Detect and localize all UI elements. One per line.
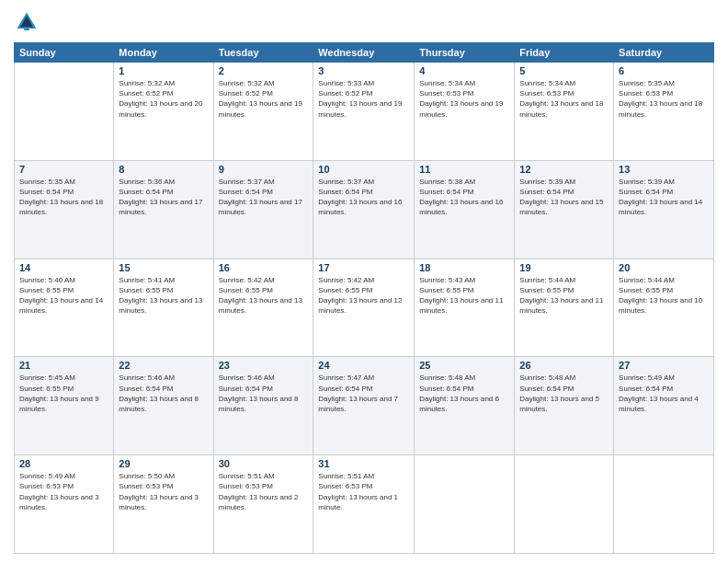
day-info: Sunrise: 5:47 AMSunset: 6:54 PMDaylight:… (318, 373, 409, 414)
calendar-week-row: 14Sunrise: 5:40 AMSunset: 6:55 PMDayligh… (15, 259, 714, 357)
day-info: Sunrise: 5:38 AMSunset: 6:54 PMDaylight:… (419, 177, 509, 218)
calendar-cell: 13Sunrise: 5:39 AMSunset: 6:54 PMDayligh… (614, 160, 714, 259)
day-info: Sunrise: 5:37 AMSunset: 6:54 PMDaylight:… (219, 177, 309, 218)
day-number: 3 (318, 65, 409, 76)
day-info: Sunrise: 5:35 AMSunset: 6:54 PMDaylight:… (19, 177, 108, 218)
day-info: Sunrise: 5:46 AMSunset: 6:54 PMDaylight:… (219, 373, 309, 414)
weekday-header: Thursday (415, 43, 515, 63)
day-number: 1 (119, 65, 208, 76)
svg-rect-2 (24, 28, 29, 30)
calendar-cell: 26Sunrise: 5:48 AMSunset: 6:54 PMDayligh… (515, 357, 614, 455)
calendar-cell: 9Sunrise: 5:37 AMSunset: 6:54 PMDaylight… (213, 160, 313, 259)
day-number: 31 (318, 458, 409, 469)
day-number: 21 (19, 360, 108, 371)
calendar-page: SundayMondayTuesdayWednesdayThursdayFrid… (0, 0, 728, 563)
day-number: 24 (318, 360, 409, 371)
day-number: 16 (219, 262, 309, 273)
weekday-header: Tuesday (213, 43, 313, 63)
weekday-header: Sunday (15, 43, 114, 63)
day-info: Sunrise: 5:41 AMSunset: 6:55 PMDaylight:… (119, 275, 208, 316)
day-info: Sunrise: 5:44 AMSunset: 6:55 PMDaylight:… (519, 275, 609, 316)
calendar-cell: 14Sunrise: 5:40 AMSunset: 6:55 PMDayligh… (15, 259, 114, 357)
day-number: 12 (519, 164, 609, 175)
calendar-cell: 10Sunrise: 5:37 AMSunset: 6:54 PMDayligh… (313, 160, 415, 259)
day-number: 23 (219, 360, 309, 371)
calendar-cell: 8Sunrise: 5:36 AMSunset: 6:54 PMDaylight… (114, 160, 213, 259)
day-number: 18 (419, 262, 509, 273)
header (14, 9, 714, 35)
day-info: Sunrise: 5:36 AMSunset: 6:54 PMDaylight:… (119, 177, 208, 218)
calendar-cell (515, 455, 614, 554)
calendar-cell (614, 455, 714, 554)
calendar-cell: 30Sunrise: 5:51 AMSunset: 6:53 PMDayligh… (213, 455, 313, 554)
day-number: 22 (119, 360, 208, 371)
calendar-week-row: 28Sunrise: 5:49 AMSunset: 6:53 PMDayligh… (15, 455, 714, 554)
day-info: Sunrise: 5:33 AMSunset: 6:52 PMDaylight:… (318, 78, 409, 120)
day-number: 27 (619, 360, 709, 371)
logo-icon (14, 9, 40, 35)
day-info: Sunrise: 5:45 AMSunset: 6:55 PMDaylight:… (19, 373, 108, 414)
calendar-cell: 6Sunrise: 5:35 AMSunset: 6:53 PMDaylight… (614, 63, 714, 161)
weekday-header: Saturday (614, 43, 714, 63)
calendar-table: SundayMondayTuesdayWednesdayThursdayFrid… (14, 42, 714, 554)
day-info: Sunrise: 5:40 AMSunset: 6:55 PMDaylight:… (19, 275, 108, 316)
calendar-cell: 29Sunrise: 5:50 AMSunset: 6:53 PMDayligh… (114, 455, 213, 554)
day-info: Sunrise: 5:37 AMSunset: 6:54 PMDaylight:… (318, 177, 409, 218)
calendar-cell: 3Sunrise: 5:33 AMSunset: 6:52 PMDaylight… (313, 63, 415, 161)
weekday-header: Wednesday (313, 43, 415, 63)
calendar-week-row: 21Sunrise: 5:45 AMSunset: 6:55 PMDayligh… (15, 357, 714, 455)
day-info: Sunrise: 5:51 AMSunset: 6:53 PMDaylight:… (318, 471, 409, 512)
logo (14, 9, 43, 35)
day-number: 20 (619, 262, 709, 273)
day-info: Sunrise: 5:34 AMSunset: 6:53 PMDaylight:… (519, 78, 609, 120)
calendar-week-row: 1Sunrise: 5:32 AMSunset: 6:52 PMDaylight… (15, 63, 714, 161)
day-number: 26 (519, 360, 609, 371)
weekday-header: Friday (515, 43, 614, 63)
calendar-cell: 31Sunrise: 5:51 AMSunset: 6:53 PMDayligh… (313, 455, 415, 554)
day-number: 7 (19, 164, 108, 175)
day-number: 10 (318, 164, 409, 175)
day-number: 19 (519, 262, 609, 273)
day-number: 6 (619, 65, 709, 76)
weekday-header: Monday (114, 43, 213, 63)
weekday-header-row: SundayMondayTuesdayWednesdayThursdayFrid… (15, 43, 714, 63)
calendar-cell: 27Sunrise: 5:49 AMSunset: 6:54 PMDayligh… (614, 357, 714, 455)
day-info: Sunrise: 5:35 AMSunset: 6:53 PMDaylight:… (619, 78, 709, 120)
day-info: Sunrise: 5:32 AMSunset: 6:52 PMDaylight:… (119, 78, 208, 120)
day-info: Sunrise: 5:32 AMSunset: 6:52 PMDaylight:… (219, 78, 309, 120)
day-number: 8 (119, 164, 208, 175)
calendar-cell: 5Sunrise: 5:34 AMSunset: 6:53 PMDaylight… (515, 63, 614, 161)
day-number: 30 (219, 458, 309, 469)
day-number: 13 (619, 164, 709, 175)
calendar-week-row: 7Sunrise: 5:35 AMSunset: 6:54 PMDaylight… (15, 160, 714, 259)
calendar-cell: 15Sunrise: 5:41 AMSunset: 6:55 PMDayligh… (114, 259, 213, 357)
calendar-cell: 11Sunrise: 5:38 AMSunset: 6:54 PMDayligh… (415, 160, 515, 259)
day-number: 15 (119, 262, 208, 273)
calendar-cell: 17Sunrise: 5:42 AMSunset: 6:55 PMDayligh… (313, 259, 415, 357)
day-info: Sunrise: 5:43 AMSunset: 6:55 PMDaylight:… (419, 275, 509, 316)
day-number: 11 (419, 164, 509, 175)
day-number: 2 (219, 65, 309, 76)
calendar-cell: 28Sunrise: 5:49 AMSunset: 6:53 PMDayligh… (15, 455, 114, 554)
calendar-cell: 21Sunrise: 5:45 AMSunset: 6:55 PMDayligh… (15, 357, 114, 455)
day-info: Sunrise: 5:51 AMSunset: 6:53 PMDaylight:… (219, 471, 309, 512)
calendar-cell: 1Sunrise: 5:32 AMSunset: 6:52 PMDaylight… (114, 63, 213, 161)
day-info: Sunrise: 5:42 AMSunset: 6:55 PMDaylight:… (318, 275, 409, 316)
calendar-cell: 24Sunrise: 5:47 AMSunset: 6:54 PMDayligh… (313, 357, 415, 455)
calendar-cell: 2Sunrise: 5:32 AMSunset: 6:52 PMDaylight… (213, 63, 313, 161)
day-number: 29 (119, 458, 208, 469)
calendar-cell: 20Sunrise: 5:44 AMSunset: 6:55 PMDayligh… (614, 259, 714, 357)
day-info: Sunrise: 5:42 AMSunset: 6:55 PMDaylight:… (219, 275, 309, 316)
day-info: Sunrise: 5:39 AMSunset: 6:54 PMDaylight:… (519, 177, 609, 218)
day-info: Sunrise: 5:48 AMSunset: 6:54 PMDaylight:… (519, 373, 609, 414)
day-number: 25 (419, 360, 509, 371)
day-info: Sunrise: 5:50 AMSunset: 6:53 PMDaylight:… (119, 471, 208, 512)
calendar-cell: 7Sunrise: 5:35 AMSunset: 6:54 PMDaylight… (15, 160, 114, 259)
day-number: 28 (19, 458, 108, 469)
day-info: Sunrise: 5:49 AMSunset: 6:53 PMDaylight:… (19, 471, 108, 512)
calendar-cell: 25Sunrise: 5:48 AMSunset: 6:54 PMDayligh… (415, 357, 515, 455)
day-number: 17 (318, 262, 409, 273)
day-number: 9 (219, 164, 309, 175)
day-number: 4 (419, 65, 509, 76)
day-info: Sunrise: 5:46 AMSunset: 6:54 PMDaylight:… (119, 373, 208, 414)
